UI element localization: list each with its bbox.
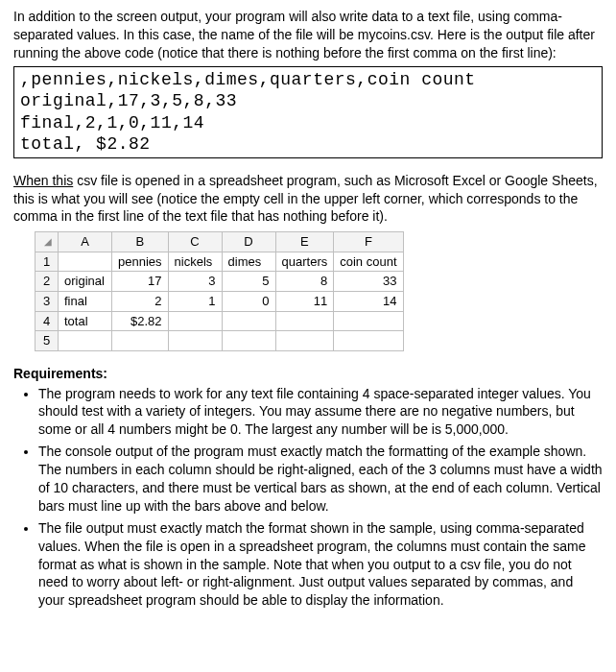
table-row: 1 pennies nickels dimes quarters coin co… — [36, 252, 404, 272]
list-item: The file output must exactly match the f… — [38, 519, 603, 610]
requirements-list: The program needs to work for any text f… — [38, 385, 603, 611]
col-header-b: B — [112, 232, 169, 252]
spreadsheet-table: ◢ A B C D E F 1 pennies nickels dimes qu… — [35, 231, 404, 350]
spreadsheet-intro: When this csv file is opened in a spread… — [13, 172, 603, 227]
col-header-d: D — [222, 232, 275, 252]
cell-b1: pennies — [112, 252, 169, 272]
cell-d1: dimes — [222, 252, 275, 272]
select-all-corner: ◢ — [36, 232, 59, 252]
cell-a5 — [59, 331, 112, 351]
emphasis-when-this: When this — [13, 173, 73, 188]
table-row: 4 total $2.82 — [36, 311, 404, 331]
cell-b3: 2 — [112, 291, 169, 311]
col-header-f: F — [334, 232, 403, 252]
list-item: The console output of the program must e… — [38, 443, 603, 516]
cell-e3: 11 — [275, 291, 334, 311]
table-row: 2 original 17 3 5 8 33 — [36, 272, 404, 292]
row-header-4: 4 — [36, 311, 59, 331]
csv-output-box: ,pennies,nickels,dimes,quarters,coin cou… — [13, 66, 603, 158]
cell-d3: 0 — [222, 291, 275, 311]
spreadsheet-intro-rest: csv file is opened in a spreadsheet prog… — [13, 173, 598, 225]
code-line-4: total, $2.82 — [20, 134, 151, 154]
table-row: 5 — [36, 331, 404, 351]
cell-c4 — [168, 311, 222, 331]
cell-f1: coin count — [334, 252, 403, 272]
table-row: 3 final 2 1 0 11 14 — [36, 291, 404, 311]
cell-b5 — [112, 331, 169, 351]
cell-e5 — [275, 331, 334, 351]
cell-a4: total — [59, 311, 112, 331]
cell-a1 — [59, 252, 112, 272]
code-line-2: original,17,3,5,8,33 — [20, 91, 237, 110]
requirements-heading: Requirements: — [13, 365, 603, 383]
row-header-3: 3 — [36, 291, 59, 311]
row-header-1: 1 — [36, 252, 59, 272]
cell-c2: 3 — [168, 272, 222, 292]
col-header-c: C — [168, 232, 222, 252]
cell-e1: quarters — [275, 252, 334, 272]
cell-b2: 17 — [112, 272, 169, 292]
row-header-5: 5 — [36, 331, 59, 351]
cell-f5 — [334, 331, 403, 351]
col-header-a: A — [59, 232, 112, 252]
cell-c1: nickels — [168, 252, 222, 272]
code-line-3: final,2,1,0,11,14 — [20, 113, 204, 132]
cell-b4: $2.82 — [112, 311, 169, 331]
intro-paragraph: In addition to the screen output, your p… — [13, 8, 603, 62]
cell-a3: final — [59, 291, 112, 311]
cell-d4 — [222, 311, 275, 331]
cell-a2: original — [59, 272, 112, 292]
cell-f4 — [334, 311, 403, 331]
cell-c5 — [168, 331, 222, 351]
cell-d5 — [222, 331, 275, 351]
cell-e4 — [275, 311, 334, 331]
col-header-e: E — [275, 232, 334, 252]
row-header-2: 2 — [36, 272, 59, 292]
code-line-1: ,pennies,nickels,dimes,quarters,coin cou… — [20, 70, 476, 89]
cell-c3: 1 — [168, 291, 222, 311]
list-item: The program needs to work for any text f… — [38, 385, 603, 440]
cell-f2: 33 — [334, 272, 403, 292]
cell-d2: 5 — [222, 272, 275, 292]
header-row: ◢ A B C D E F — [36, 232, 404, 252]
cell-f3: 14 — [334, 291, 403, 311]
cell-e2: 8 — [275, 272, 334, 292]
